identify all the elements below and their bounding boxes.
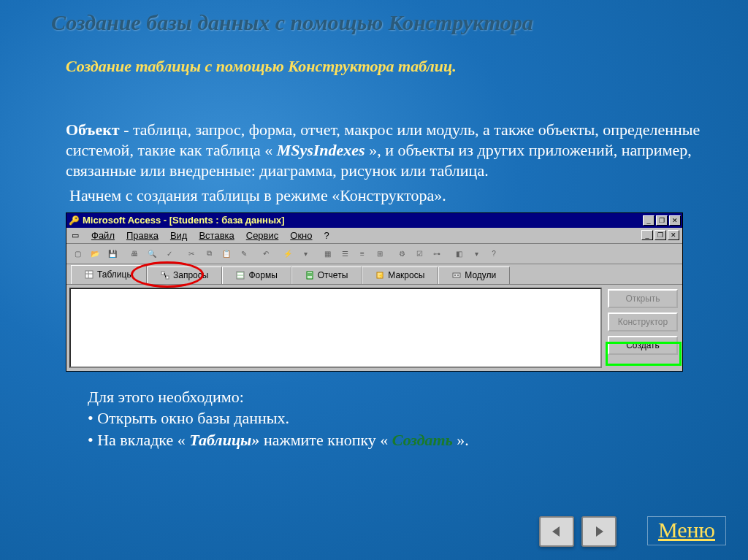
tool-detail-icon[interactable]: ⊞: [372, 245, 388, 261]
tab-reports-label: Отчеты: [318, 270, 348, 280]
tool-preview-icon[interactable]: 🔍: [144, 245, 160, 261]
tab-macros[interactable]: ⚡ Макросы: [362, 266, 438, 284]
nav-buttons: [539, 516, 617, 547]
window-controls: _ ❐ ✕: [643, 215, 681, 226]
arrow-left-icon: [549, 524, 564, 539]
svg-rect-8: [237, 276, 243, 277]
tool-cut-icon[interactable]: ✂: [183, 245, 199, 261]
titlebar: 🔑 Microsoft Access - [Students : база да…: [66, 213, 682, 228]
svg-point-16: [457, 275, 459, 276]
svg-point-15: [454, 275, 456, 276]
access-window: 🔑 Microsoft Access - [Students : база да…: [66, 212, 683, 372]
svg-text:⚡: ⚡: [378, 272, 384, 279]
menu-help[interactable]: ?: [318, 229, 335, 242]
msys-text: MSysIndexes: [277, 141, 365, 159]
slide-subtitle: Создание таблицы с помощью Конструктора …: [0, 35, 748, 76]
object-list[interactable]: [69, 288, 602, 368]
queries-icon: [161, 271, 169, 280]
svg-rect-3: [161, 272, 164, 275]
window-title: Microsoft Access - [Students : база данн…: [83, 215, 643, 226]
tool-link-icon[interactable]: ⚡: [280, 245, 296, 261]
forms-icon: [236, 271, 245, 280]
key-icon: 🔑: [68, 215, 80, 226]
footer-li-2: На вкладке « Таблицы» нажмите кнопку « С…: [88, 429, 704, 451]
tool-large-icon[interactable]: ▦: [319, 245, 335, 261]
svg-marker-17: [552, 526, 560, 537]
tool-rel-icon[interactable]: ⊶: [429, 245, 445, 261]
tool-print-icon[interactable]: 🖶: [126, 245, 142, 261]
svg-rect-7: [237, 273, 243, 275]
tool-format-icon[interactable]: ✎: [236, 245, 252, 261]
close-button[interactable]: ✕: [669, 215, 681, 226]
doc-icon: ▭: [69, 229, 81, 241]
reports-icon: [305, 271, 314, 280]
menu-link[interactable]: Меню: [647, 516, 726, 545]
create-word: Создать: [392, 431, 453, 449]
design-button[interactable]: Конструктор: [608, 312, 678, 331]
tab-reports[interactable]: Отчеты: [291, 266, 362, 284]
menu-edit[interactable]: Правка: [121, 229, 164, 242]
nav-next-button[interactable]: [581, 516, 617, 547]
footer-li-1: Открыть окно базы данных.: [88, 407, 704, 429]
menu-file[interactable]: Файл: [85, 229, 121, 242]
paragraph-1: Объект - таблица, запрос, форма, отчет, …: [0, 76, 748, 181]
tool-new-icon[interactable]: ▢: [69, 245, 85, 261]
menu-window[interactable]: Окно: [284, 229, 318, 242]
tool-save-icon[interactable]: 💾: [104, 245, 121, 261]
nav-prev-button[interactable]: [539, 516, 574, 547]
tab-queries-label: Запросы: [173, 270, 208, 280]
svg-rect-14: [453, 273, 460, 277]
svg-line-5: [164, 273, 166, 277]
tool-code-icon[interactable]: ⚙: [394, 245, 410, 261]
tab-modules-label: Модули: [465, 270, 496, 280]
inner-minimize-button[interactable]: _: [641, 230, 653, 240]
arrow-right-icon: [592, 524, 606, 539]
tab-forms-label: Формы: [248, 270, 277, 280]
tool-list-icon[interactable]: ≡: [354, 245, 370, 261]
svg-marker-18: [596, 526, 603, 537]
tool-help-icon[interactable]: ?: [486, 245, 502, 261]
inner-window-controls: _ ❐ ✕: [641, 230, 679, 240]
modules-icon: [452, 271, 461, 280]
footer-text: Для этого необходимо: Открыть окно базы …: [0, 372, 748, 451]
inner-maximize-button[interactable]: ❐: [654, 230, 666, 240]
minimize-button[interactable]: _: [643, 215, 654, 226]
tab-macros-label: Макросы: [388, 270, 424, 280]
tool-analyze-icon[interactable]: ▾: [297, 245, 313, 261]
tab-word: Таблицы»: [189, 431, 259, 449]
content-area: Открыть Конструктор Создать: [66, 285, 682, 371]
slide-title: Создание базы данных с помощью Конструкт…: [0, 0, 748, 35]
svg-rect-6: [237, 272, 244, 279]
tool-copy-icon[interactable]: ⧉: [201, 245, 217, 261]
tab-forms[interactable]: Формы: [222, 266, 291, 284]
tabs-row: Таблицы Запросы Формы Отчеты: [66, 264, 682, 285]
object-label: Объект -: [66, 120, 133, 139]
tool-undo-icon[interactable]: ↶: [258, 245, 274, 261]
tool-open-icon[interactable]: 📂: [87, 245, 103, 261]
tab-tables[interactable]: Таблицы: [71, 265, 147, 284]
tab-tables-label: Таблицы: [97, 269, 133, 280]
tool-props-icon[interactable]: ☑: [411, 245, 427, 261]
svg-rect-0: [85, 271, 93, 278]
paragraph-2: Начнем с создания таблицы в режиме «Конс…: [0, 181, 748, 206]
side-buttons: Открыть Конструктор Создать: [606, 288, 679, 368]
inner-close-button[interactable]: ✕: [668, 230, 679, 240]
tables-icon: [85, 270, 94, 279]
tab-modules[interactable]: Модули: [438, 266, 510, 284]
menu-view[interactable]: Вид: [164, 229, 194, 242]
tool-paste-icon[interactable]: 📋: [218, 245, 234, 261]
svg-rect-4: [166, 276, 169, 279]
menu-insert[interactable]: Вставка: [193, 229, 240, 242]
tool-spell-icon[interactable]: ✓: [161, 245, 178, 261]
create-button[interactable]: Создать: [608, 336, 678, 355]
tool-new2-icon[interactable]: ▾: [468, 245, 484, 261]
tool-small-icon[interactable]: ☰: [337, 245, 353, 261]
tab-queries[interactable]: Запросы: [147, 266, 222, 284]
open-button[interactable]: Открыть: [608, 289, 678, 308]
maximize-button[interactable]: ❐: [656, 215, 668, 226]
macros-icon: ⚡: [375, 271, 384, 280]
tool-db-icon[interactable]: ◧: [451, 245, 467, 261]
menu-service[interactable]: Сервис: [240, 229, 285, 242]
menubar: ▭ Файл Правка Вид Вставка Сервис Окно ? …: [66, 228, 682, 244]
footer-intro: Для этого необходимо:: [88, 386, 704, 408]
